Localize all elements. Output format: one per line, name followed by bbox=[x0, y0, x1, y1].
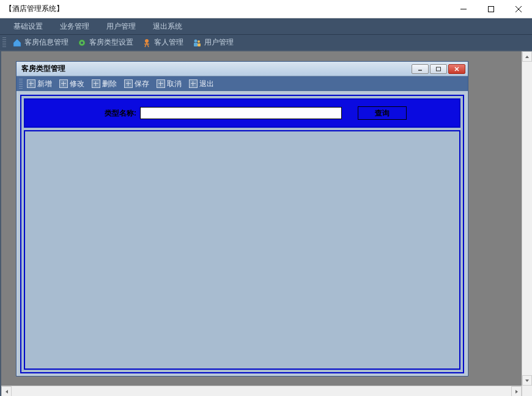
child-toolbar-edit[interactable]: 修改 bbox=[56, 78, 87, 90]
minimize-button[interactable] bbox=[449, 0, 477, 18]
gear-icon bbox=[77, 38, 87, 48]
toolbar-label: 删除 bbox=[102, 79, 117, 89]
toolbar-guest-mgmt[interactable]: 客人管理 bbox=[138, 36, 187, 49]
data-grid-area bbox=[24, 130, 460, 370]
toolbar-label: 客房信息管理 bbox=[24, 37, 68, 48]
toolbar-label: 修改 bbox=[70, 79, 84, 89]
users-icon bbox=[192, 38, 202, 48]
toolbar-label: 保存 bbox=[135, 79, 149, 89]
maximize-icon bbox=[435, 67, 441, 72]
menu-user-mgmt[interactable]: 用户管理 bbox=[98, 19, 144, 34]
child-toolbar-delete[interactable]: 删除 bbox=[89, 78, 120, 90]
child-toolbar-exit[interactable]: 退出 bbox=[186, 78, 217, 90]
toolbar-label: 退出 bbox=[199, 79, 214, 89]
child-window-title: 客房类型管理 bbox=[21, 64, 65, 74]
search-bar: 类型名称: 查询 bbox=[24, 98, 460, 128]
window-controls bbox=[449, 0, 532, 18]
type-name-input[interactable] bbox=[140, 107, 342, 119]
child-window-controls bbox=[412, 64, 465, 74]
child-toolbar: 新增 修改 删除 保存 取消 退出 bbox=[17, 76, 468, 91]
svg-point-7 bbox=[194, 39, 198, 42]
child-toolbar-save[interactable]: 保存 bbox=[121, 78, 152, 90]
close-icon bbox=[515, 6, 522, 12]
action-icon bbox=[189, 79, 198, 88]
vertical-scrollbar[interactable] bbox=[522, 51, 532, 396]
child-titlebar[interactable]: 客房类型管理 bbox=[17, 62, 468, 76]
action-icon bbox=[27, 79, 35, 88]
action-icon bbox=[92, 79, 100, 88]
svg-point-8 bbox=[198, 40, 200, 43]
action-icon bbox=[157, 79, 165, 88]
action-icon bbox=[124, 79, 133, 88]
toolbar-label: 新增 bbox=[37, 79, 52, 89]
main-titlebar: 【酒店管理系统】 bbox=[0, 0, 532, 18]
scroll-right-button[interactable] bbox=[511, 386, 522, 396]
toolbar-label: 取消 bbox=[167, 79, 182, 89]
toolbar-label: 客房类型设置 bbox=[89, 37, 133, 48]
child-toolbar-cancel[interactable]: 取消 bbox=[153, 78, 185, 90]
toolbar-room-type[interactable]: 客房类型设置 bbox=[73, 36, 137, 49]
child-maximize-button[interactable] bbox=[430, 64, 447, 74]
query-button[interactable]: 查询 bbox=[358, 106, 407, 120]
child-close-button[interactable] bbox=[448, 64, 465, 74]
menubar: 基础设置 业务管理 用户管理 退出系统 bbox=[0, 18, 532, 34]
mdi-client-area: 客房类型管理 新增 修改 bbox=[0, 50, 532, 396]
svg-point-6 bbox=[145, 39, 149, 43]
toolbar-label: 客人管理 bbox=[154, 37, 183, 48]
minimize-icon bbox=[460, 6, 467, 12]
person-icon bbox=[142, 38, 152, 48]
svg-rect-9 bbox=[194, 43, 198, 46]
child-body: 类型名称: 查询 bbox=[17, 91, 468, 377]
action-icon bbox=[59, 79, 68, 88]
menu-business-mgmt[interactable]: 业务管理 bbox=[51, 19, 98, 34]
main-window-title: 【酒店管理系统】 bbox=[5, 4, 64, 14]
toolbar-user-mgmt[interactable]: 用户管理 bbox=[188, 36, 237, 49]
child-minimize-button[interactable] bbox=[412, 64, 429, 74]
svg-rect-10 bbox=[198, 43, 201, 46]
scroll-down-button[interactable] bbox=[522, 375, 532, 386]
close-icon bbox=[454, 67, 460, 72]
minimize-icon bbox=[417, 67, 423, 72]
horizontal-scrollbar[interactable] bbox=[1, 386, 522, 396]
menu-basic-settings[interactable]: 基础设置 bbox=[5, 19, 51, 34]
scroll-left-button[interactable] bbox=[1, 386, 12, 396]
scroll-up-button[interactable] bbox=[522, 51, 532, 62]
close-button[interactable] bbox=[504, 0, 532, 18]
maximize-icon bbox=[488, 6, 494, 12]
child-toolbar-add[interactable]: 新增 bbox=[24, 78, 55, 90]
svg-rect-12 bbox=[437, 67, 441, 71]
search-label: 类型名称: bbox=[105, 108, 136, 119]
toolbar-room-info[interactable]: 客房信息管理 bbox=[9, 36, 72, 49]
svg-point-5 bbox=[81, 42, 83, 44]
content-panel: 类型名称: 查询 bbox=[20, 95, 464, 373]
menu-exit[interactable]: 退出系统 bbox=[144, 19, 191, 34]
maximize-button[interactable] bbox=[477, 0, 504, 18]
toolbar-grip bbox=[19, 79, 23, 89]
child-window-room-type: 客房类型管理 新增 修改 bbox=[16, 61, 468, 376]
toolbar-grip bbox=[2, 37, 6, 48]
toolbar-label: 用户管理 bbox=[204, 37, 234, 48]
house-icon bbox=[12, 38, 22, 48]
main-toolbar: 客房信息管理 客房类型设置 客人管理 用户管理 bbox=[0, 34, 532, 50]
svg-rect-1 bbox=[488, 6, 493, 12]
